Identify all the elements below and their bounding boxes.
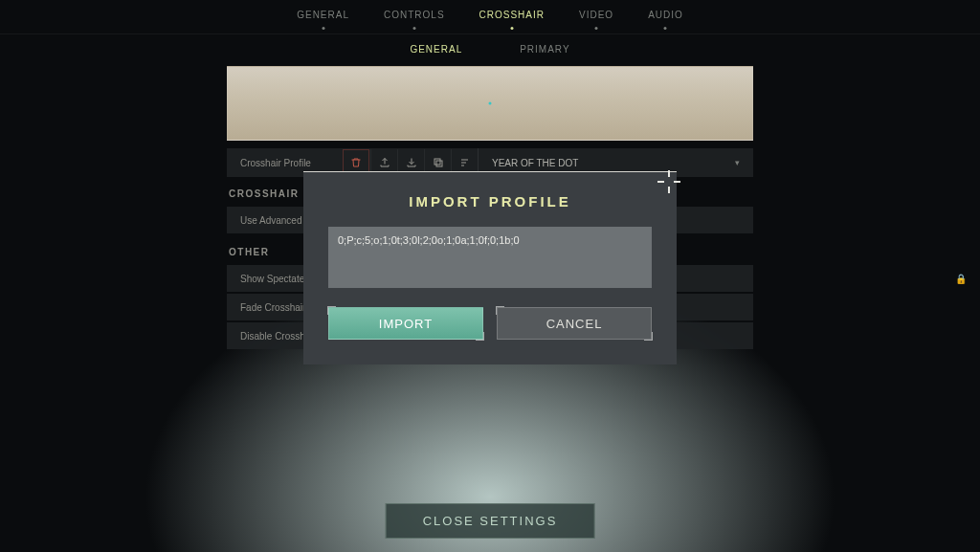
import-button[interactable]: IMPORT <box>328 307 483 340</box>
cancel-button[interactable]: CANCEL <box>497 307 652 340</box>
subnav-primary[interactable]: PRIMARY <box>520 44 569 55</box>
sub-nav: GENERAL PRIMARY <box>0 34 980 62</box>
profile-label: Crosshair Profile <box>227 158 342 168</box>
lock-icon: 🔒 <box>955 274 967 284</box>
modal-buttons: IMPORT CANCEL <box>328 307 652 340</box>
modal-title: IMPORT PROFILE <box>328 193 652 210</box>
svg-rect-1 <box>434 159 440 165</box>
crosshair-preview <box>227 66 753 141</box>
nav-video[interactable]: VIDEO <box>579 10 613 30</box>
chevron-down-icon: ▾ <box>735 158 740 167</box>
close-settings-button[interactable]: CLOSE SETTINGS <box>386 503 595 539</box>
profile-selected: YEAR OF THE DOT <box>492 158 578 168</box>
svg-rect-0 <box>436 161 442 166</box>
profile-code-input[interactable] <box>328 227 652 288</box>
subnav-general[interactable]: GENERAL <box>410 44 462 55</box>
import-profile-modal: IMPORT PROFILE IMPORT CANCEL <box>303 171 677 364</box>
top-nav: GENERAL CONTROLS CROSSHAIR VIDEO AUDIO <box>0 0 980 34</box>
nav-controls[interactable]: CONTROLS <box>384 10 445 30</box>
nav-general[interactable]: GENERAL <box>297 10 349 30</box>
close-modal-button[interactable] <box>656 168 682 195</box>
nav-audio[interactable]: AUDIO <box>648 10 683 30</box>
nav-crosshair[interactable]: CROSSHAIR <box>479 10 545 30</box>
